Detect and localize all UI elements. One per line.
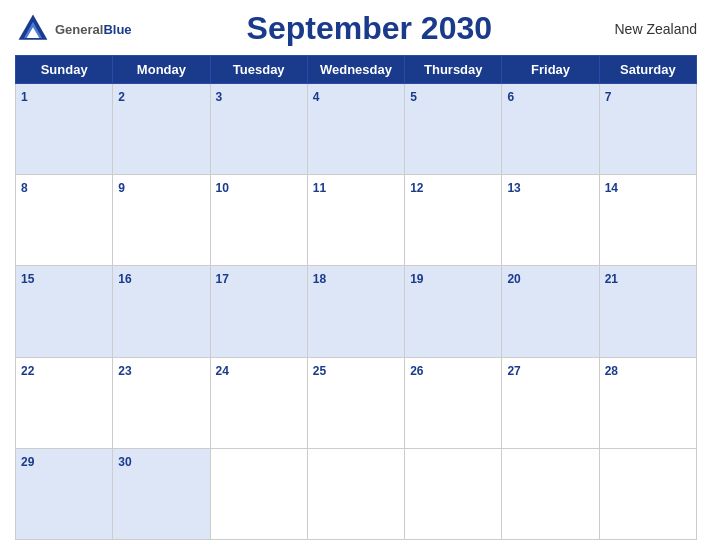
day-number: 27 — [507, 364, 520, 378]
day-number: 30 — [118, 455, 131, 469]
day-number: 8 — [21, 181, 28, 195]
day-number: 20 — [507, 272, 520, 286]
calendar-cell: 27 — [502, 357, 599, 448]
calendar-cell — [599, 448, 696, 539]
calendar-body: 1234567891011121314151617181920212223242… — [16, 84, 697, 540]
day-number: 6 — [507, 90, 514, 104]
calendar-table: Sunday Monday Tuesday Wednesday Thursday… — [15, 55, 697, 540]
col-sunday: Sunday — [16, 56, 113, 84]
calendar-cell: 6 — [502, 84, 599, 175]
day-number: 24 — [216, 364, 229, 378]
calendar-cell: 14 — [599, 175, 696, 266]
calendar-week-row: 22232425262728 — [16, 357, 697, 448]
calendar-cell: 20 — [502, 266, 599, 357]
calendar-cell: 30 — [113, 448, 210, 539]
day-number: 28 — [605, 364, 618, 378]
calendar-cell: 19 — [405, 266, 502, 357]
day-number: 15 — [21, 272, 34, 286]
day-number: 26 — [410, 364, 423, 378]
calendar-cell — [502, 448, 599, 539]
calendar-cell: 17 — [210, 266, 307, 357]
calendar-week-row: 1234567 — [16, 84, 697, 175]
calendar-week-row: 891011121314 — [16, 175, 697, 266]
calendar-cell: 3 — [210, 84, 307, 175]
calendar-cell: 9 — [113, 175, 210, 266]
day-number: 1 — [21, 90, 28, 104]
col-friday: Friday — [502, 56, 599, 84]
day-number: 4 — [313, 90, 320, 104]
calendar-cell: 18 — [307, 266, 404, 357]
col-tuesday: Tuesday — [210, 56, 307, 84]
day-number: 12 — [410, 181, 423, 195]
calendar-cell: 4 — [307, 84, 404, 175]
day-number: 2 — [118, 90, 125, 104]
country-label: New Zealand — [607, 21, 697, 37]
col-monday: Monday — [113, 56, 210, 84]
logo-icon — [15, 11, 51, 47]
calendar-cell — [210, 448, 307, 539]
calendar-title: September 2030 — [132, 10, 607, 47]
calendar-cell: 21 — [599, 266, 696, 357]
calendar-cell: 25 — [307, 357, 404, 448]
calendar-cell: 24 — [210, 357, 307, 448]
logo-general: General — [55, 22, 103, 37]
calendar-cell: 11 — [307, 175, 404, 266]
col-wednesday: Wednesday — [307, 56, 404, 84]
col-saturday: Saturday — [599, 56, 696, 84]
day-number: 13 — [507, 181, 520, 195]
calendar-cell: 13 — [502, 175, 599, 266]
calendar-cell: 5 — [405, 84, 502, 175]
day-number: 18 — [313, 272, 326, 286]
calendar-cell — [307, 448, 404, 539]
day-number: 16 — [118, 272, 131, 286]
day-number: 5 — [410, 90, 417, 104]
col-thursday: Thursday — [405, 56, 502, 84]
calendar-cell: 23 — [113, 357, 210, 448]
day-number: 19 — [410, 272, 423, 286]
day-number: 29 — [21, 455, 34, 469]
day-number: 3 — [216, 90, 223, 104]
calendar-cell: 15 — [16, 266, 113, 357]
calendar-cell: 12 — [405, 175, 502, 266]
calendar-header: GeneralBlue September 2030 New Zealand — [15, 10, 697, 47]
day-number: 22 — [21, 364, 34, 378]
calendar-week-row: 15161718192021 — [16, 266, 697, 357]
calendar-week-row: 2930 — [16, 448, 697, 539]
calendar-cell: 28 — [599, 357, 696, 448]
calendar-cell: 22 — [16, 357, 113, 448]
calendar-cell — [405, 448, 502, 539]
day-number: 9 — [118, 181, 125, 195]
calendar-cell: 16 — [113, 266, 210, 357]
day-number: 23 — [118, 364, 131, 378]
calendar-cell: 29 — [16, 448, 113, 539]
day-number: 11 — [313, 181, 326, 195]
logo: GeneralBlue — [15, 11, 132, 47]
day-number: 7 — [605, 90, 612, 104]
calendar-cell: 1 — [16, 84, 113, 175]
logo-blue: Blue — [103, 22, 131, 37]
calendar-cell: 26 — [405, 357, 502, 448]
day-number: 14 — [605, 181, 618, 195]
day-number: 10 — [216, 181, 229, 195]
calendar-cell: 8 — [16, 175, 113, 266]
calendar-header-row: Sunday Monday Tuesday Wednesday Thursday… — [16, 56, 697, 84]
day-number: 17 — [216, 272, 229, 286]
calendar-cell: 10 — [210, 175, 307, 266]
calendar-cell: 2 — [113, 84, 210, 175]
day-number: 25 — [313, 364, 326, 378]
day-number: 21 — [605, 272, 618, 286]
calendar-cell: 7 — [599, 84, 696, 175]
